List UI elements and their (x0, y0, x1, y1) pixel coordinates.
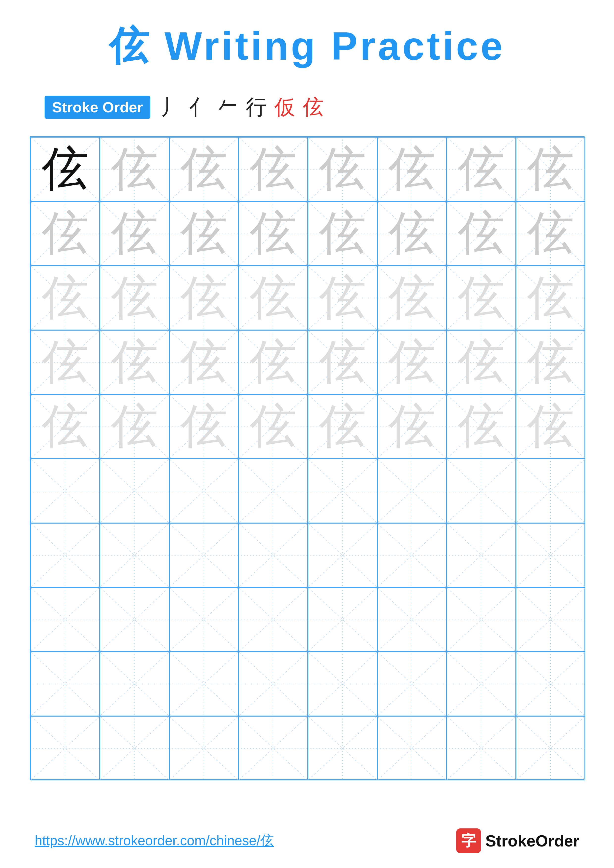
grid-cell-1-2[interactable]: 伭 (100, 137, 169, 202)
grid-cell-10-6[interactable] (377, 716, 446, 780)
svg-line-128 (31, 652, 99, 716)
char-faint: 伭 (111, 202, 158, 265)
grid-cell-4-4[interactable]: 伭 (238, 330, 308, 394)
grid-cell-10-4[interactable] (238, 716, 308, 780)
grid-cell-5-8[interactable]: 伭 (516, 394, 585, 459)
grid-cell-6-5[interactable] (308, 459, 377, 523)
grid-cell-3-2[interactable]: 伭 (100, 266, 169, 330)
grid-cell-4-8[interactable]: 伭 (516, 330, 585, 394)
grid-cell-9-1[interactable] (31, 652, 100, 716)
grid-cell-10-2[interactable] (100, 716, 169, 780)
char-very-faint: 伭 (42, 266, 89, 330)
grid-cell-8-5[interactable] (308, 587, 377, 652)
grid-cell-7-4[interactable] (238, 523, 308, 587)
svg-line-87 (239, 459, 307, 522)
char-faint: 伭 (527, 138, 574, 201)
grid-cell-3-3[interactable]: 伭 (169, 266, 238, 330)
grid-cell-1-4[interactable]: 伭 (238, 137, 308, 202)
footer-logo: 字 StrokeOrder (456, 828, 579, 853)
grid-cell-4-2[interactable]: 伭 (100, 330, 169, 394)
char-very-faint: 伭 (389, 395, 435, 458)
practice-grid[interactable]: 伭 伭 伭 伭 伭 伭 伭 伭 伭 伭 伭 伭 伭 伭 伭 伭 伭 伭 伭 伭 … (30, 136, 584, 780)
grid-cell-9-2[interactable] (100, 652, 169, 716)
grid-cell-6-7[interactable] (446, 459, 516, 523)
grid-cell-9-5[interactable] (308, 652, 377, 716)
grid-cell-3-4[interactable]: 伭 (238, 266, 308, 330)
grid-cell-2-7[interactable]: 伭 (446, 202, 516, 266)
grid-cell-8-6[interactable] (377, 587, 446, 652)
grid-cell-8-4[interactable] (238, 587, 308, 652)
grid-cell-7-2[interactable] (100, 523, 169, 587)
grid-cell-10-3[interactable] (169, 716, 238, 780)
grid-cell-5-2[interactable]: 伭 (100, 394, 169, 459)
char-faint: 伭 (319, 138, 366, 201)
grid-cell-6-8[interactable] (516, 459, 585, 523)
grid-cell-8-7[interactable] (446, 587, 516, 652)
grid-cell-3-1[interactable]: 伭 (31, 266, 100, 330)
grid-cell-10-8[interactable] (516, 716, 585, 780)
grid-cell-7-5[interactable] (308, 523, 377, 587)
grid-cell-9-6[interactable] (377, 652, 446, 716)
grid-cell-5-4[interactable]: 伭 (238, 394, 308, 459)
grid-cell-4-6[interactable]: 伭 (377, 330, 446, 394)
grid-cell-9-3[interactable] (169, 652, 238, 716)
svg-line-86 (239, 459, 307, 522)
grid-cell-1-5[interactable]: 伭 (308, 137, 377, 202)
grid-cell-3-7[interactable]: 伭 (446, 266, 516, 330)
grid-cell-7-8[interactable] (516, 523, 585, 587)
grid-cell-5-6[interactable]: 伭 (377, 394, 446, 459)
grid-cell-6-2[interactable] (100, 459, 169, 523)
grid-cell-10-5[interactable] (308, 716, 377, 780)
svg-line-150 (239, 716, 307, 780)
grid-cell-6-4[interactable] (238, 459, 308, 523)
svg-line-124 (447, 588, 515, 651)
grid-cell-1-1[interactable]: 伭 (31, 137, 100, 202)
svg-line-147 (100, 716, 169, 780)
grid-cell-8-1[interactable] (31, 587, 100, 652)
grid-cell-1-8[interactable]: 伭 (516, 137, 585, 202)
grid-cell-8-2[interactable] (100, 587, 169, 652)
grid-cell-2-4[interactable]: 伭 (238, 202, 308, 266)
grid-cell-5-5[interactable]: 伭 (308, 394, 377, 459)
grid-cell-1-3[interactable]: 伭 (169, 137, 238, 202)
grid-cell-6-1[interactable] (31, 459, 100, 523)
grid-cell-4-5[interactable]: 伭 (308, 330, 377, 394)
grid-cell-5-7[interactable]: 伭 (446, 394, 516, 459)
grid-cell-3-5[interactable]: 伭 (308, 266, 377, 330)
char-very-faint: 伭 (319, 395, 366, 458)
grid-cell-2-5[interactable]: 伭 (308, 202, 377, 266)
grid-cell-5-1[interactable]: 伭 (31, 394, 100, 459)
grid-cell-7-6[interactable] (377, 523, 446, 587)
grid-cell-4-3[interactable]: 伭 (169, 330, 238, 394)
svg-line-159 (516, 716, 585, 780)
grid-cell-2-3[interactable]: 伭 (169, 202, 238, 266)
grid-cell-10-7[interactable] (446, 716, 516, 780)
grid-cell-3-8[interactable]: 伭 (516, 266, 585, 330)
footer-url[interactable]: https://www.strokeorder.com/chinese/伭 (35, 832, 274, 850)
grid-cell-4-7[interactable]: 伭 (446, 330, 516, 394)
svg-line-98 (100, 524, 169, 587)
grid-cell-1-6[interactable]: 伭 (377, 137, 446, 202)
grid-cell-1-7[interactable]: 伭 (446, 137, 516, 202)
grid-cell-9-8[interactable] (516, 652, 585, 716)
grid-cell-2-1[interactable]: 伭 (31, 202, 100, 266)
grid-cell-7-3[interactable] (169, 523, 238, 587)
grid-cell-9-7[interactable] (446, 652, 516, 716)
grid-cell-9-4[interactable] (238, 652, 308, 716)
grid-cell-2-8[interactable]: 伭 (516, 202, 585, 266)
grid-cell-7-7[interactable] (446, 523, 516, 587)
svg-line-140 (447, 652, 515, 716)
grid-cell-2-2[interactable]: 伭 (100, 202, 169, 266)
grid-cell-3-6[interactable]: 伭 (377, 266, 446, 330)
svg-line-154 (378, 716, 446, 780)
grid-cell-8-8[interactable] (516, 587, 585, 652)
grid-cell-5-3[interactable]: 伭 (169, 394, 238, 459)
grid-cell-7-1[interactable] (31, 523, 100, 587)
grid-cell-8-3[interactable] (169, 587, 238, 652)
grid-cell-10-1[interactable] (31, 716, 100, 780)
grid-cell-6-6[interactable] (377, 459, 446, 523)
grid-cell-6-3[interactable] (169, 459, 238, 523)
grid-cell-2-6[interactable]: 伭 (377, 202, 446, 266)
grid-cell-4-1[interactable]: 伭 (31, 330, 100, 394)
svg-line-125 (447, 588, 515, 651)
